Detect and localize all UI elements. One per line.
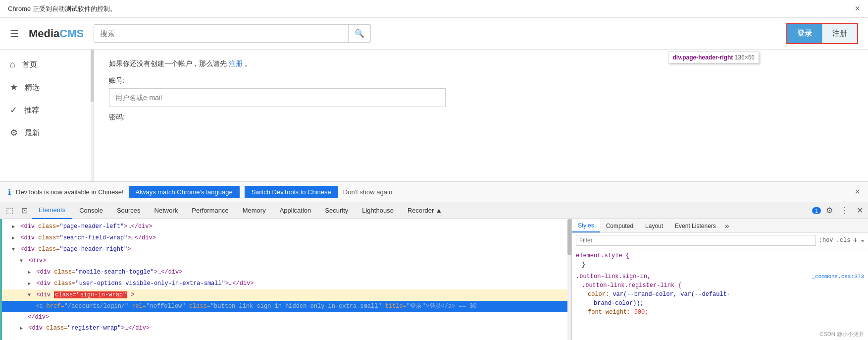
expand-arrow[interactable]: ▶ (12, 235, 15, 241)
logo-first: Media (29, 27, 59, 40)
dom-line[interactable]: ▶ <div class="page-header-left">…</div> (0, 221, 571, 232)
css-source[interactable]: _commons.css:373 (812, 272, 864, 281)
expand-arrow[interactable]: ▶ (28, 270, 31, 275)
tab-application[interactable]: Application (273, 202, 318, 219)
add-style-rule-button[interactable]: + (853, 236, 857, 244)
expand-arrow[interactable]: ▶ (28, 281, 31, 286)
tab-network[interactable]: Network (148, 202, 185, 219)
register-button[interactable]: 注册 (822, 24, 857, 43)
password-label: 密码: (109, 113, 853, 122)
styles-sub-tabs: Styles Computed Layout Event Listeners » (572, 219, 868, 233)
device-toggle-button[interactable]: ⊡ (17, 203, 32, 218)
site-main: 如果你还没有创建一个帐户，那么请先 注册 。 账号: 密码: (94, 50, 868, 181)
hov-filter-badge[interactable]: :hov (819, 237, 833, 244)
home-icon: ⌂ (10, 59, 15, 70)
account-field-group: 账号: (109, 76, 853, 107)
header-right: 登录 注册 (786, 23, 858, 44)
dom-line[interactable]: ▼ <div class="page-header-right"> (0, 244, 571, 255)
dom-line[interactable]: ▶ <div class="user-options visible-only-… (0, 278, 571, 289)
login-prompt-suffix: 。 (245, 59, 252, 67)
dom-line[interactable]: ▼ <div> (0, 255, 571, 267)
sidebar-scroll-thumb (91, 50, 94, 102)
expand-arrow[interactable]: ▼ (28, 292, 31, 298)
always-match-button[interactable]: Always match Chrome's language (129, 186, 240, 198)
info-icon: ℹ (8, 187, 11, 197)
settings-button[interactable]: ⚙ (823, 204, 836, 217)
css-selector: element.style { (576, 252, 629, 259)
chrome-bar-close-button[interactable]: × (855, 3, 860, 14)
highlighted-class-attr: class="sign-in-wrap" (54, 291, 127, 298)
tab-layout[interactable]: Layout (639, 219, 669, 232)
dom-line-highlighted[interactable]: <a href="/accounts/login/" rel="noffollo… (0, 301, 571, 312)
register-link[interactable]: 注册 (229, 59, 243, 67)
dom-left-border (0, 219, 2, 340)
close-devtools-button[interactable]: ✕ (854, 204, 866, 217)
tab-computed[interactable]: Computed (600, 219, 639, 232)
tab-event-listeners[interactable]: Event Listeners (669, 219, 722, 232)
account-label: 账号: (109, 76, 853, 85)
login-prompt-text: 如果你还没有创建一个帐户，那么请先 (109, 59, 227, 67)
expand-arrow[interactable]: ▼ (12, 247, 15, 252)
more-options-button[interactable]: ⋮ (838, 204, 852, 217)
expand-arrow[interactable]: ▼ (20, 258, 23, 264)
site-layout: ⌂ 首页 ★ 精选 ✓ 推荐 ⚙ 最新 如果你还没有创建一个帐户，那么请先 (0, 50, 868, 181)
gear-icon: ⚙ (10, 127, 18, 138)
tab-recorder[interactable]: Recorder ▲ (401, 202, 449, 219)
styles-filter-input[interactable] (576, 235, 816, 246)
expand-arrow[interactable]: ▶ (12, 224, 15, 229)
dom-line[interactable]: ▶ <div class="register-wrap">…</div> (0, 323, 571, 334)
devtools-tabs: ⬚ ⊡ Elements Console Sources Network Per… (0, 202, 868, 219)
watermark: CSDN @小小测开 (820, 331, 864, 338)
dom-line[interactable]: ▶ <div class="search-field-wrap">…</div> (0, 232, 571, 244)
tab-lighthouse[interactable]: Lighthouse (355, 202, 401, 219)
dom-line[interactable]: </div> (0, 312, 571, 323)
hamburger-icon[interactable]: ☰ (10, 28, 19, 40)
switch-chinese-button[interactable]: Switch DevTools to Chinese (245, 186, 338, 198)
dom-line[interactable]: ▶ <div class="mobile-search-toggle">…</d… (0, 267, 571, 278)
site-sidebar: ⌂ 首页 ★ 精选 ✓ 推荐 ⚙ 最新 (0, 50, 94, 181)
search-input[interactable] (94, 25, 348, 42)
star-icon: ★ (10, 82, 18, 93)
logo-second: CMS (59, 27, 84, 40)
sidebar-item-featured[interactable]: ★ 精选 (0, 76, 94, 99)
css-selector-2: .button-link.sign-in, (576, 273, 651, 280)
sidebar-home-label: 首页 (22, 60, 37, 69)
account-input[interactable] (109, 88, 446, 107)
devtools-notification-bar: ℹ DevTools is now available in Chinese! … (0, 181, 868, 202)
tab-console[interactable]: Console (72, 202, 110, 219)
console-badge: 1 (812, 207, 821, 214)
cls-filter-badge[interactable]: .cls (836, 237, 851, 244)
tab-performance[interactable]: Performance (185, 202, 235, 219)
dom-line-selected[interactable]: ▼ <div class="sign-in-wrap" > (0, 289, 571, 301)
browser-content: ☰ MediaCMS 🔍 登录 注册 div.page-header-right… (0, 18, 868, 181)
expand-arrow[interactable]: ▶ (20, 326, 23, 331)
devtools-notification-close-button[interactable]: × (855, 187, 860, 197)
tab-security[interactable]: Security (318, 202, 355, 219)
login-button[interactable]: 登录 (787, 24, 822, 43)
devtools-notification-message: DevTools is now available in Chinese! (16, 188, 124, 196)
sidebar-item-latest[interactable]: ⚙ 最新 (0, 121, 94, 144)
tooltip-tag: div.page-header-right (672, 54, 733, 61)
tooltip-size: 136×56 (735, 54, 755, 61)
collapse-styles-button[interactable]: ◂ (861, 237, 864, 244)
password-field-group: 密码: (109, 113, 853, 122)
sidebar-item-home[interactable]: ⌂ 首页 (0, 54, 94, 76)
styles-filter-row: :hov .cls + ◂ (572, 233, 868, 248)
search-button[interactable]: 🔍 (348, 25, 370, 42)
search-bar: 🔍 (94, 24, 371, 43)
tab-styles[interactable]: Styles (572, 219, 600, 232)
more-sub-tabs-button[interactable]: » (722, 219, 732, 232)
tab-elements[interactable]: Elements (32, 202, 72, 219)
devtools-panel: ⬚ ⊡ Elements Console Sources Network Per… (0, 202, 868, 340)
dom-scrollbar[interactable] (567, 219, 571, 340)
site-logo: MediaCMS (29, 27, 84, 40)
sidebar-recommended-label: 推荐 (24, 106, 39, 115)
check-icon: ✓ (10, 105, 17, 115)
element-tooltip: div.page-header-right 136×56 (668, 52, 759, 63)
inspect-element-button[interactable]: ⬚ (2, 203, 17, 218)
tab-memory[interactable]: Memory (236, 202, 273, 219)
styles-content: element.style { } .button-link.sign-in, … (572, 248, 868, 340)
sidebar-item-recommended[interactable]: ✓ 推荐 (0, 99, 94, 121)
tab-sources[interactable]: Sources (110, 202, 148, 219)
dont-show-again-button[interactable]: Don't show again (343, 188, 392, 196)
